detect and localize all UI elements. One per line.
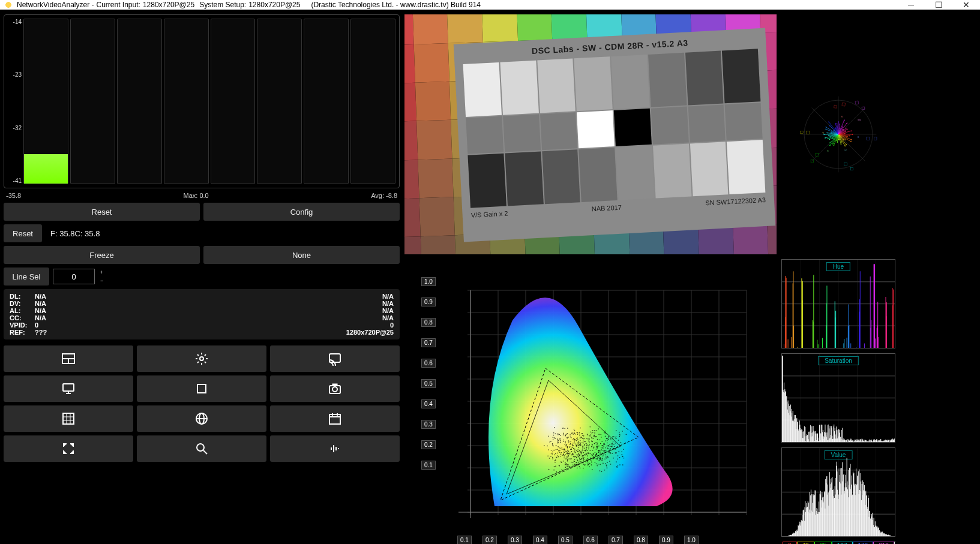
svg-point-225 (578, 443, 579, 444)
grid-icon[interactable] (4, 405, 133, 432)
cie-ytick: 0.9 (421, 297, 436, 306)
svg-point-427 (564, 458, 565, 459)
svg-point-542 (574, 449, 576, 450)
line-sel-down[interactable]: − (98, 276, 105, 285)
window-maximize[interactable]: ☐ (925, 0, 952, 10)
svg-point-676 (622, 456, 623, 457)
svg-point-583 (554, 466, 555, 467)
test-chart-card: DSC Labs - SW - CDM 28R - v15.2 A3 V/S G… (454, 28, 776, 242)
svg-rect-1049 (820, 425, 820, 442)
svg-rect-855 (850, 343, 851, 348)
svg-point-394 (592, 444, 593, 445)
fc-readout: F: 35.8C: 35.8 (46, 224, 400, 242)
svg-point-340 (613, 441, 614, 442)
svg-rect-14 (816, 154, 819, 157)
svg-point-358 (563, 434, 564, 435)
svg-point-226 (570, 441, 571, 442)
svg-point-449 (605, 452, 606, 453)
meter-stat-left: -35.8 (6, 192, 21, 199)
svg-point-179 (573, 443, 574, 444)
svg-rect-910 (875, 338, 876, 348)
svg-point-273 (607, 456, 608, 457)
svg-point-529 (583, 458, 584, 459)
reset-fc-button[interactable]: Reset (4, 224, 42, 242)
svg-point-482 (567, 459, 568, 460)
svg-point-626 (621, 442, 622, 443)
svg-point-461 (590, 458, 591, 459)
svg-point-523 (598, 434, 600, 435)
svg-point-240 (583, 468, 584, 469)
svg-point-536 (576, 440, 577, 441)
svg-point-347 (601, 460, 603, 461)
svg-point-460 (576, 457, 577, 458)
svg-point-622 (579, 435, 580, 436)
svg-rect-6 (842, 103, 846, 106)
svg-point-353 (616, 436, 617, 437)
svg-point-450 (602, 447, 603, 449)
test-chart-tiles (463, 49, 765, 208)
svg-point-277 (557, 449, 558, 450)
svg-point-371 (594, 457, 595, 458)
svg-rect-951 (893, 290, 894, 348)
cast-icon[interactable] (270, 345, 400, 372)
svg-point-147 (607, 446, 608, 447)
freeze-button[interactable]: Freeze (4, 246, 200, 264)
svg-point-164 (599, 460, 600, 461)
line-sel-up[interactable]: + (98, 268, 105, 276)
svg-rect-840 (844, 339, 844, 348)
svg-point-623 (585, 443, 586, 444)
svg-point-681 (608, 436, 609, 437)
svg-point-103 (598, 451, 600, 452)
svg-rect-13 (850, 167, 853, 170)
camera-icon[interactable] (270, 375, 400, 402)
svg-point-389 (553, 437, 554, 438)
svg-point-408 (568, 456, 569, 458)
window-close[interactable]: ✕ (952, 0, 980, 10)
hist-scale-tick: 255 (894, 542, 895, 544)
square-icon[interactable] (137, 375, 266, 402)
fullscreen-icon[interactable] (4, 435, 133, 462)
svg-point-563 (626, 434, 627, 435)
window-minimize[interactable]: ─ (897, 0, 925, 10)
svg-point-249 (559, 471, 561, 473)
svg-point-574 (571, 432, 573, 434)
svg-point-594 (565, 435, 566, 437)
svg-point-603 (555, 459, 556, 461)
svg-point-439 (568, 440, 569, 441)
svg-point-438 (587, 444, 588, 446)
line-sel-input[interactable] (53, 269, 95, 284)
globe-icon[interactable] (137, 405, 266, 432)
title-company: (Drastic Technologies Ltd. - www.drastic… (311, 1, 481, 9)
svg-point-464 (579, 444, 580, 446)
svg-point-162 (595, 442, 597, 443)
svg-point-429 (552, 443, 553, 444)
svg-point-609 (607, 443, 608, 444)
svg-point-538 (582, 450, 583, 451)
svg-point-272 (597, 458, 598, 459)
config-button[interactable]: Config (203, 203, 400, 221)
svg-point-108 (618, 455, 619, 456)
svg-point-194 (571, 444, 572, 445)
line-sel-button[interactable]: Line Sel (4, 268, 49, 285)
svg-point-110 (583, 459, 584, 461)
svg-point-575 (560, 438, 561, 440)
svg-point-577 (589, 441, 590, 443)
gear-icon[interactable] (137, 345, 266, 372)
reset-button[interactable]: Reset (4, 203, 200, 221)
svg-rect-1137 (859, 440, 859, 442)
svg-point-198 (609, 461, 610, 462)
svg-point-509 (609, 451, 610, 452)
calendar-icon[interactable] (270, 405, 400, 432)
monitor-icon[interactable] (4, 375, 133, 402)
svg-point-608 (561, 442, 562, 443)
audio-icon[interactable] (270, 435, 400, 462)
svg-point-298 (618, 440, 619, 441)
none-button[interactable]: None (203, 246, 400, 264)
svg-point-306 (594, 435, 595, 436)
test-chart-footer-center: NAB 2017 (591, 204, 622, 213)
layout-icon[interactable] (4, 345, 133, 372)
svg-point-126 (605, 431, 606, 432)
svg-point-338 (564, 449, 565, 450)
search-icon[interactable] (137, 435, 266, 462)
svg-line-1509 (203, 450, 207, 454)
